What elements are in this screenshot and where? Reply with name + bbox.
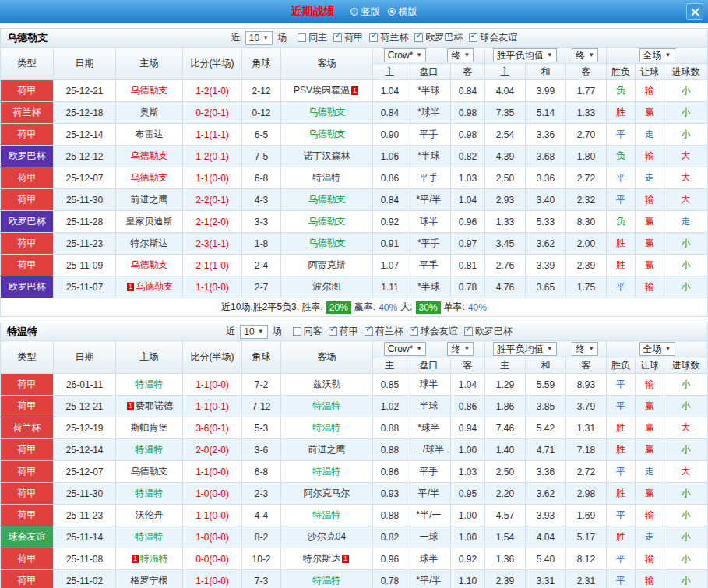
- fulltime-select[interactable]: 全场▼: [639, 48, 675, 62]
- checkbox-checked-icon[interactable]: ✓: [410, 327, 418, 336]
- away-team-cell[interactable]: PSV埃因霍温1: [281, 80, 373, 102]
- team-link[interactable]: 特温特: [136, 531, 164, 542]
- avg-select[interactable]: 胜平负均值▼: [493, 342, 557, 356]
- checkbox-checked-icon[interactable]: ✓: [369, 33, 378, 42]
- fulltime-select[interactable]: 全场▼: [639, 342, 675, 356]
- team-link[interactable]: 特尔斯达: [303, 553, 340, 564]
- team-link[interactable]: 乌德勒支: [308, 129, 346, 139]
- home-team-cell[interactable]: 特温特: [116, 483, 183, 505]
- team-link[interactable]: 前进之鹰: [308, 444, 346, 455]
- home-team-cell[interactable]: 沃伦丹: [116, 505, 183, 526]
- avg-select[interactable]: 胜平负均值▼: [493, 48, 557, 62]
- team-link[interactable]: 乌德勒支: [308, 216, 346, 227]
- away-team-cell[interactable]: 特温特: [281, 396, 373, 417]
- home-team-cell[interactable]: 特温特: [116, 526, 183, 548]
- home-team-cell[interactable]: 奥斯: [116, 102, 183, 124]
- filter-option[interactable]: ✓荷兰杯: [365, 325, 403, 338]
- away-team-cell[interactable]: 特温特: [281, 167, 373, 189]
- team-link[interactable]: 特尔斯达: [131, 238, 168, 248]
- checkbox-checked-icon[interactable]: ✓: [414, 33, 423, 42]
- team-link[interactable]: 乌德勒支: [136, 281, 173, 292]
- final-odds-select[interactable]: 终▼: [447, 48, 474, 62]
- filter-option[interactable]: 同客: [293, 325, 322, 338]
- team-link[interactable]: 布雷达: [136, 129, 164, 139]
- away-team-cell[interactable]: 特温特: [281, 417, 373, 439]
- final-avg-select[interactable]: 终▼: [572, 48, 598, 62]
- home-team-cell[interactable]: 皇家贝迪斯: [116, 211, 183, 233]
- team-link[interactable]: 特温特: [313, 172, 341, 183]
- team-link[interactable]: 乌德勒支: [131, 259, 168, 270]
- bookmaker-select[interactable]: Crow*▼: [384, 48, 427, 62]
- filter-option[interactable]: ✓球会友谊: [469, 31, 517, 44]
- checkbox-checked-icon[interactable]: ✓: [365, 327, 373, 336]
- away-team-cell[interactable]: 阿贾克斯: [281, 255, 373, 276]
- team-link[interactable]: 阿尔克马尔: [304, 488, 350, 498]
- bookmaker-select[interactable]: Crow*▼: [384, 342, 427, 356]
- team-link[interactable]: 特温特: [313, 466, 341, 477]
- checkbox-checked-icon[interactable]: ✓: [469, 33, 477, 42]
- away-team-cell[interactable]: 波尔图: [281, 276, 373, 298]
- team-link[interactable]: 特温特: [136, 488, 164, 498]
- home-team-cell[interactable]: 前进之鹰: [116, 189, 183, 211]
- away-team-cell[interactable]: 特温特: [281, 505, 373, 526]
- team-link[interactable]: 沃伦丹: [136, 509, 164, 520]
- radio-icon[interactable]: [350, 8, 358, 16]
- checkbox-unchecked-icon[interactable]: [298, 33, 306, 42]
- team-link[interactable]: 皇家贝迪斯: [126, 216, 173, 227]
- team-link[interactable]: 阿贾克斯: [308, 259, 346, 270]
- checkbox-checked-icon[interactable]: ✓: [333, 33, 342, 42]
- filter-option[interactable]: ✓欧罗巴杯: [414, 31, 463, 44]
- home-team-cell[interactable]: 乌德勒支: [116, 255, 183, 276]
- team-link[interactable]: 斯帕肯堡: [131, 422, 168, 433]
- final-odds-select[interactable]: 终▼: [447, 342, 474, 356]
- filter-option[interactable]: ✓荷甲: [333, 31, 363, 44]
- final-avg-select[interactable]: 终▼: [572, 342, 598, 356]
- close-button[interactable]: [686, 3, 703, 20]
- away-team-cell[interactable]: 特温特: [281, 570, 373, 588]
- radio-horizontal-layout[interactable]: 横版: [388, 5, 417, 19]
- team-link[interactable]: PSV埃因霍温: [294, 85, 350, 96]
- filter-option[interactable]: ✓球会友谊: [410, 325, 458, 338]
- radio-vertical-layout[interactable]: 竖版: [350, 5, 380, 19]
- home-team-cell[interactable]: 特尔斯达: [116, 233, 183, 255]
- home-team-cell[interactable]: 特温特: [116, 439, 183, 461]
- filter-option[interactable]: ✓荷兰杯: [369, 31, 408, 44]
- away-team-cell[interactable]: 乌德勒支: [281, 124, 373, 146]
- away-team-cell[interactable]: 兹沃勒: [281, 374, 373, 396]
- home-team-cell[interactable]: 特温特: [116, 374, 183, 396]
- team-link[interactable]: 特温特: [313, 509, 341, 520]
- team-link[interactable]: 特温特: [136, 379, 164, 389]
- home-team-cell[interactable]: 格罗宁根: [116, 570, 183, 588]
- team-link[interactable]: 乌德勒支: [131, 466, 168, 477]
- home-team-cell[interactable]: 乌德勒支: [116, 80, 183, 102]
- team-link[interactable]: 特温特: [313, 422, 341, 433]
- team-link[interactable]: 乌德勒支: [308, 107, 346, 118]
- team-link[interactable]: 沙尔克04: [308, 531, 346, 542]
- home-team-cell[interactable]: 乌德勒支: [116, 146, 183, 167]
- away-team-cell[interactable]: 乌德勒支: [281, 211, 373, 233]
- away-team-cell[interactable]: 诺丁汉森林: [281, 146, 373, 167]
- filter-option[interactable]: 同主: [298, 31, 327, 44]
- checkbox-unchecked-icon[interactable]: [293, 327, 301, 336]
- team-link[interactable]: 奥斯: [140, 107, 159, 118]
- away-team-cell[interactable]: 前进之鹰: [281, 439, 373, 461]
- home-team-cell[interactable]: 1乌德勒支: [116, 276, 183, 298]
- team-link[interactable]: 乌德勒支: [131, 85, 168, 96]
- home-team-cell[interactable]: 乌德勒支: [116, 461, 183, 483]
- home-team-cell[interactable]: 1费耶诺德: [116, 396, 183, 417]
- checkbox-checked-icon[interactable]: ✓: [464, 327, 473, 336]
- home-team-cell[interactable]: 乌德勒支: [116, 167, 183, 189]
- team-link[interactable]: 特温特: [136, 444, 164, 455]
- home-team-cell[interactable]: 布雷达: [116, 124, 183, 146]
- team-link[interactable]: 特温特: [140, 553, 168, 564]
- away-team-cell[interactable]: 阿尔克马尔: [281, 483, 373, 505]
- filter-option[interactable]: ✓荷甲: [329, 325, 358, 338]
- team-link[interactable]: 诺丁汉森林: [304, 150, 350, 161]
- away-team-cell[interactable]: 沙尔克04: [281, 526, 373, 548]
- team-link[interactable]: 格罗宁根: [131, 575, 168, 586]
- team-link[interactable]: 乌德勒支: [308, 238, 346, 248]
- team-link[interactable]: 乌德勒支: [131, 172, 168, 183]
- checkbox-checked-icon[interactable]: ✓: [329, 327, 337, 336]
- team-link[interactable]: 特温特: [313, 400, 341, 411]
- away-team-cell[interactable]: 特尔斯达1: [281, 548, 373, 570]
